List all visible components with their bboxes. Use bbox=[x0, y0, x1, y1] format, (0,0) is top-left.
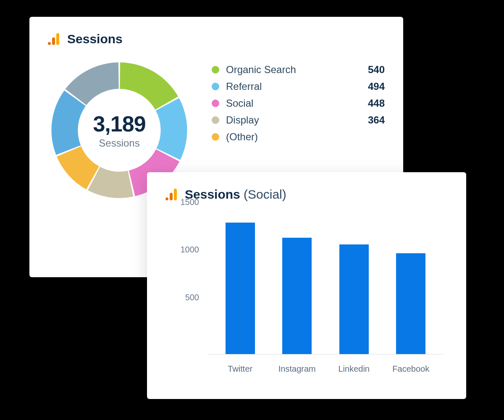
sessions-social-card: Sessions (Social) 50010001500 TwitterIns… bbox=[147, 172, 466, 399]
sessions-legend: Organic Search540Referral494Social448Dis… bbox=[212, 61, 385, 145]
legend-value: 364 bbox=[360, 114, 385, 126]
legend-row: Display364 bbox=[212, 112, 385, 129]
y-axis: 50010001500 bbox=[174, 212, 199, 354]
y-tick: 1500 bbox=[174, 197, 199, 207]
legend-dot bbox=[212, 83, 219, 90]
x-label: Linkedin bbox=[329, 364, 379, 374]
social-card-title: Sessions (Social) bbox=[185, 187, 286, 202]
legend-row: Organic Search540 bbox=[212, 61, 385, 78]
legend-label: Referral bbox=[226, 81, 360, 92]
legend-dot bbox=[212, 116, 219, 124]
x-label: Facebook bbox=[386, 364, 436, 374]
bar bbox=[396, 253, 425, 354]
legend-dot bbox=[212, 66, 219, 74]
sessions-total-label: Sessions bbox=[99, 137, 139, 149]
legend-dot bbox=[212, 100, 219, 107]
x-axis-labels: TwitterInstagramLinkedinFacebook bbox=[207, 364, 444, 374]
sessions-total-value: 3,189 bbox=[93, 111, 145, 136]
bar bbox=[339, 244, 369, 354]
x-label: Instagram bbox=[272, 364, 322, 374]
y-tick: 500 bbox=[174, 292, 199, 302]
bar bbox=[282, 238, 312, 354]
social-title-rest: (Social) bbox=[240, 187, 286, 201]
legend-dot bbox=[212, 133, 219, 141]
legend-label: (Other) bbox=[226, 131, 360, 143]
legend-value: 494 bbox=[360, 81, 385, 92]
legend-row: (Other) bbox=[212, 129, 385, 145]
sessions-card-title: Sessions bbox=[67, 32, 123, 46]
legend-value: 540 bbox=[360, 64, 385, 76]
bar bbox=[226, 223, 255, 354]
legend-label: Display bbox=[226, 114, 360, 126]
legend-row: Social448 bbox=[212, 95, 385, 112]
bar-plot bbox=[207, 212, 444, 354]
sessions-card-header: Sessions bbox=[48, 32, 385, 46]
legend-value: 448 bbox=[360, 97, 385, 109]
y-tick: 1000 bbox=[174, 245, 199, 255]
legend-label: Social bbox=[226, 97, 360, 109]
social-bar-chart: 50010001500 TwitterInstagramLinkedinFace… bbox=[174, 212, 448, 371]
legend-row: Referral494 bbox=[212, 78, 385, 95]
social-card-header: Sessions (Social) bbox=[165, 187, 448, 202]
analytics-icon bbox=[48, 33, 60, 45]
legend-label: Organic Search bbox=[226, 64, 360, 76]
x-label: Twitter bbox=[215, 364, 265, 374]
